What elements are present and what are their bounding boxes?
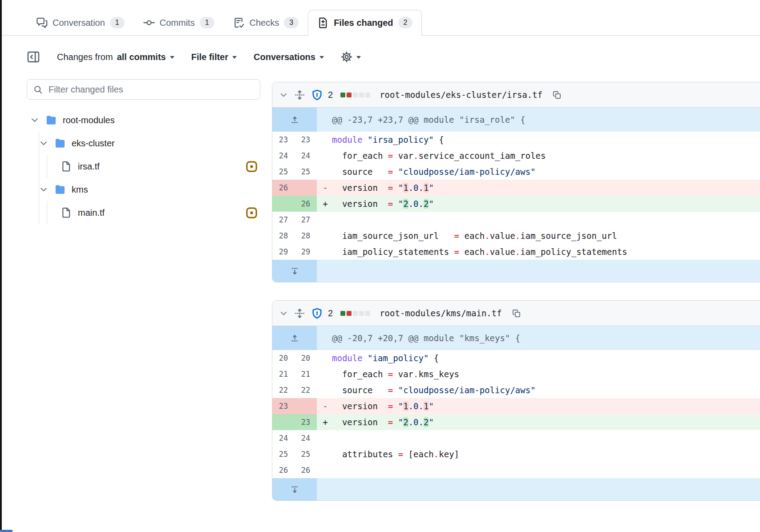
comment-discussion-icon [36,17,48,28]
tab-checks[interactable]: Checks3 [224,10,308,36]
tab-label: Checks [250,18,279,28]
diff-line-context[interactable]: 2222 source = "cloudposse/iam-policy/aws… [272,382,760,398]
new-line-number: 25 [295,446,317,462]
old-line-number: 24 [272,430,295,446]
changes-from-value: all commits [117,52,166,62]
code-line: for_each = var.kms_keys [317,366,760,382]
changes-from-dropdown[interactable]: Changes from all commits [57,52,174,62]
tree-folder-eks-cluster[interactable]: eks-cluster [39,132,260,155]
new-line-number: 29 [295,244,317,260]
security-alerts[interactable]: 2 [311,308,333,319]
diffstat-block [359,311,364,316]
security-alert-count: 2 [328,308,333,318]
code-line: module "irsa_policy" { [317,132,760,148]
conversations-dropdown[interactable]: Conversations [254,52,324,62]
file-filter-label: File filter [191,52,228,62]
file-tree-sidebar: root-moduleseks-clusterirsa.tfkmsmain.tf [27,79,260,224]
file-path-link[interactable]: root-modules/kms/main.tf [380,308,502,318]
diff-line-context[interactable]: 2424 [272,430,760,446]
old-line-number: 27 [272,212,295,228]
new-line-number: 21 [295,366,317,382]
checklist-icon [233,17,245,28]
tab-label: Files changed [334,18,393,28]
new-line-number: 28 [295,228,317,244]
diff-line-added[interactable]: 26+ version = "2.0.2" [272,196,760,212]
tab-conversation[interactable]: Conversation1 [27,10,134,36]
security-alerts[interactable]: 2 [311,89,333,101]
tab-count-badge: 2 [398,17,413,28]
diff-line-context[interactable]: 2828 iam_source_json_url = each.value.ia… [272,228,760,244]
tree-file-main-tf[interactable]: main.tf [47,201,260,224]
caret-down-icon [356,56,361,61]
diffstat-block [359,93,364,97]
expand-down-button[interactable] [272,478,317,500]
expand-up-button[interactable] [272,326,317,350]
file-tree: root-moduleseks-clusterirsa.tfkmsmain.tf [27,109,260,224]
code-line [317,430,760,446]
diff-line-context[interactable]: 2525 attributes = [each.key] [272,446,760,462]
file-path-link[interactable]: root-modules/eks-cluster/irsa.tf [380,90,542,100]
tab-label: Commits [160,18,195,28]
collapse-file-chevron-icon[interactable] [279,91,288,99]
diff-line-added[interactable]: 23+ version = "2.0.2" [272,414,760,430]
chevron-down-icon[interactable] [30,116,39,125]
diff-line-removed[interactable]: 23- version = "1.0.1" [272,398,760,414]
tree-folder-root-modules[interactable]: root-modules [27,109,260,132]
caret-down-icon [232,56,237,61]
new-line-number: 20 [295,350,317,366]
folder-icon [45,114,57,126]
chevron-down-icon[interactable] [39,139,48,148]
diff-line-context[interactable]: 2929 iam_policy_statements = each.value.… [272,244,760,260]
diff-body: @@ -20,7 +20,7 @@ module "kms_keys" {202… [272,326,760,500]
diff-line-context[interactable]: 2727 [272,212,760,228]
diffstat [340,93,370,97]
copy-path-icon[interactable] [512,309,521,318]
expand-all-hunks-icon[interactable] [295,90,305,100]
filter-files-input[interactable] [27,79,260,100]
old-line-number: 23 [272,132,295,148]
copy-path-icon[interactable] [553,91,561,99]
tree-item-label: kms [72,185,88,195]
file-icon [61,207,72,218]
expand-down-icon [290,266,299,276]
new-line-number: 23 [295,132,317,148]
diff-line-context[interactable]: 2525 source = "cloudposse/iam-policy/aws… [272,164,760,180]
collapse-file-chevron-icon[interactable] [279,309,288,318]
expand-up-icon [290,115,299,125]
collapse-sidebar-icon[interactable] [27,50,40,64]
diff-line-removed[interactable]: 26- version = "1.0.1" [272,180,760,196]
tree-folder-kms[interactable]: kms [39,178,260,201]
code-line: iam_source_json_url = each.value.iam_sou… [317,228,760,244]
expand-down-icon [290,485,299,494]
diff-settings-dropdown[interactable] [341,51,361,63]
diff-line-context[interactable]: 2121 for_each = var.kms_keys [272,366,760,382]
diff-line-context[interactable]: 2424 for_each = var.service_account_iam_… [272,148,760,164]
chevron-down-icon[interactable] [39,185,48,194]
expand-all-hunks-icon[interactable] [295,308,305,318]
tree-item-label: eks-cluster [72,138,115,149]
new-line-number: 27 [295,212,317,228]
old-line-number: 20 [272,350,295,366]
code-line: source = "cloudposse/iam-policy/aws" [317,382,760,398]
tab-files-changed[interactable]: Files changed2 [308,10,422,36]
new-line-number: 24 [295,148,317,164]
code-line [317,462,760,478]
code-line: + version = "2.0.2" [317,414,760,430]
file-filter-dropdown[interactable]: File filter [191,52,237,62]
tab-commits[interactable]: Commits1 [134,10,224,36]
old-line-number: 24 [272,148,295,164]
security-alert-count: 2 [328,90,333,100]
expand-footer-row [272,478,760,500]
conversations-label: Conversations [254,52,315,62]
expand-up-button[interactable] [272,108,317,132]
expand-down-button[interactable] [272,260,317,282]
diff-line-context[interactable]: 2020module "iam_policy" { [272,350,760,366]
tree-file-irsa-tf[interactable]: irsa.tf [47,155,260,178]
diff-line-context[interactable]: 2323module "irsa_policy" { [272,132,760,148]
hunk-header-text: @@ -23,7 +23,7 @@ module "irsa_role" { [317,108,760,132]
old-line-number: 25 [272,164,295,180]
diff-line-context[interactable]: 2626 [272,462,760,478]
diff-sign: - [319,398,332,414]
tab-label: Conversation [53,18,105,28]
search-icon [33,85,43,94]
